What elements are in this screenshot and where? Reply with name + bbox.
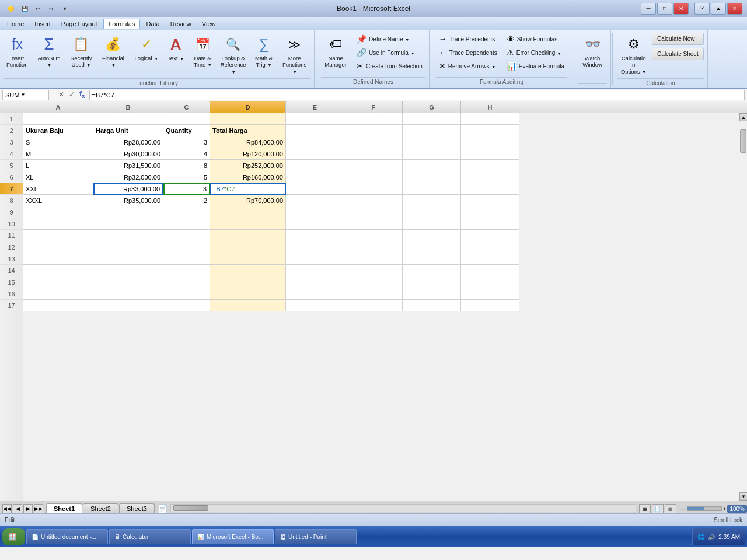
cell-h16[interactable] <box>461 288 519 300</box>
cell-a8[interactable]: XXXL <box>23 195 93 206</box>
cell-d11[interactable] <box>210 230 286 242</box>
sheet-tab-sheet2[interactable]: Sheet2 <box>83 503 118 513</box>
menu-page-layout[interactable]: Page Layout <box>57 19 102 29</box>
cell-a11[interactable] <box>23 230 93 242</box>
start-button[interactable]: 🪟 <box>2 528 25 545</box>
cell-h14[interactable] <box>461 265 519 276</box>
restore-btn[interactable]: □ <box>657 3 672 15</box>
cell-f13[interactable] <box>344 253 403 265</box>
cell-e7[interactable] <box>286 183 344 195</box>
normal-view-btn[interactable]: ▦ <box>639 504 651 513</box>
lookup-reference-btn[interactable]: 🔍 Lookup &Reference ▼ <box>217 33 249 77</box>
minimize-btn[interactable]: ─ <box>641 3 656 15</box>
cell-b7[interactable]: Rp33,000.00 <box>93 183 163 195</box>
cell-h7[interactable] <box>461 183 519 195</box>
cell-d3[interactable]: Rp84,000.00 <box>210 136 286 148</box>
cell-c6[interactable]: 5 <box>163 172 210 183</box>
cell-h1[interactable] <box>461 113 519 125</box>
cell-g2[interactable] <box>403 125 461 136</box>
sheet-last-btn[interactable]: ▶▶ <box>34 504 43 513</box>
row-num-4[interactable]: 4 <box>0 148 23 160</box>
cell-d10[interactable] <box>210 218 286 230</box>
remove-arrows-btn[interactable]: ✕ Remove Arrows ▼ <box>436 60 500 72</box>
cell-c8[interactable]: 2 <box>163 195 210 206</box>
taskbar-item-paint[interactable]: 🖼 Untitled - Paint <box>275 529 357 544</box>
more-functions-btn[interactable]: ≫ MoreFunctions ▼ <box>278 33 310 77</box>
cell-d2[interactable]: Total Harga <box>210 125 286 136</box>
close-btn[interactable]: ✕ <box>673 3 689 15</box>
menu-data[interactable]: Data <box>141 19 164 29</box>
cell-g5[interactable] <box>403 160 461 172</box>
cell-d15[interactable] <box>210 276 286 288</box>
cell-e16[interactable] <box>286 288 344 300</box>
cell-g3[interactable] <box>403 136 461 148</box>
calculate-now-btn[interactable]: Calculate Now <box>652 33 704 45</box>
col-header-b[interactable]: B <box>93 102 163 113</box>
name-manager-btn[interactable]: 🏷 NameManager <box>321 33 350 71</box>
cell-b4[interactable]: Rp30,000.00 <box>93 148 163 160</box>
cell-d14[interactable] <box>210 265 286 276</box>
taskbar-item-excel[interactable]: 📊 Microsoft Excel - Bo... <box>192 529 274 544</box>
cell-a17[interactable] <box>23 300 93 312</box>
row-num-6[interactable]: 6 <box>0 172 23 183</box>
cell-h4[interactable] <box>461 148 519 160</box>
cell-c15[interactable] <box>163 276 210 288</box>
cell-c13[interactable] <box>163 253 210 265</box>
zoom-slider[interactable] <box>687 506 722 511</box>
row-num-2[interactable]: 2 <box>0 125 23 136</box>
cell-c10[interactable] <box>163 218 210 230</box>
trace-dependents-btn[interactable]: ← Trace Dependents <box>436 46 500 59</box>
cell-g10[interactable] <box>403 218 461 230</box>
show-formulas-btn[interactable]: 👁 Show Formulas <box>504 33 567 46</box>
cell-e5[interactable] <box>286 160 344 172</box>
row-num-10[interactable]: 10 <box>0 218 23 230</box>
cell-g16[interactable] <box>403 288 461 300</box>
vertical-scrollbar[interactable]: ▲ ▼ <box>739 113 747 501</box>
cell-c17[interactable] <box>163 300 210 312</box>
cell-h3[interactable] <box>461 136 519 148</box>
cell-b14[interactable] <box>93 265 163 276</box>
row-num-15[interactable]: 15 <box>0 276 23 288</box>
watch-window-btn[interactable]: 👓 WatchWindow <box>578 33 607 71</box>
financial-btn[interactable]: 💰 Financial ▼ <box>97 33 129 71</box>
cell-h11[interactable] <box>461 230 519 242</box>
cell-c16[interactable] <box>163 288 210 300</box>
cell-f16[interactable] <box>344 288 403 300</box>
cell-e3[interactable] <box>286 136 344 148</box>
app-close-btn[interactable]: ✕ <box>727 3 742 15</box>
col-header-f[interactable]: F <box>344 102 403 113</box>
cell-g6[interactable] <box>403 172 461 183</box>
page-layout-view-btn[interactable]: 📄 <box>652 504 664 513</box>
confirm-entry-btn[interactable]: ✓ <box>67 90 76 99</box>
qa-dropdown[interactable]: ▼ <box>59 3 71 15</box>
cell-f8[interactable] <box>344 195 403 206</box>
cell-d4[interactable]: Rp120,000.00 <box>210 148 286 160</box>
cell-a12[interactable] <box>23 242 93 253</box>
col-header-a[interactable]: A <box>23 102 93 113</box>
sheet-first-btn[interactable]: ◀◀ <box>2 504 12 513</box>
cell-h15[interactable] <box>461 276 519 288</box>
row-num-14[interactable]: 14 <box>0 265 23 276</box>
cell-h8[interactable] <box>461 195 519 206</box>
cell-c4[interactable]: 4 <box>163 148 210 160</box>
cell-g1[interactable] <box>403 113 461 125</box>
cell-h13[interactable] <box>461 253 519 265</box>
cell-b10[interactable] <box>93 218 163 230</box>
row-num-16[interactable]: 16 <box>0 288 23 300</box>
cell-e11[interactable] <box>286 230 344 242</box>
cell-h6[interactable] <box>461 172 519 183</box>
name-box-arrow[interactable]: ▼ <box>20 92 25 97</box>
cell-d8[interactable]: Rp70,000.00 <box>210 195 286 206</box>
cell-a13[interactable] <box>23 253 93 265</box>
scrollbar-thumb[interactable] <box>740 130 746 153</box>
cell-h10[interactable] <box>461 218 519 230</box>
cell-b5[interactable]: Rp31,500.00 <box>93 160 163 172</box>
cell-g13[interactable] <box>403 253 461 265</box>
scroll-up-btn[interactable]: ▲ <box>739 113 747 121</box>
date-time-btn[interactable]: 📅 Date &Time ▼ <box>190 33 215 71</box>
math-trig-btn[interactable]: ∑ Math &Trig ▼ <box>252 33 276 71</box>
cell-e6[interactable] <box>286 172 344 183</box>
cell-d6[interactable]: Rp160,000.00 <box>210 172 286 183</box>
cell-d13[interactable] <box>210 253 286 265</box>
help-btn[interactable]: ? <box>694 3 710 15</box>
